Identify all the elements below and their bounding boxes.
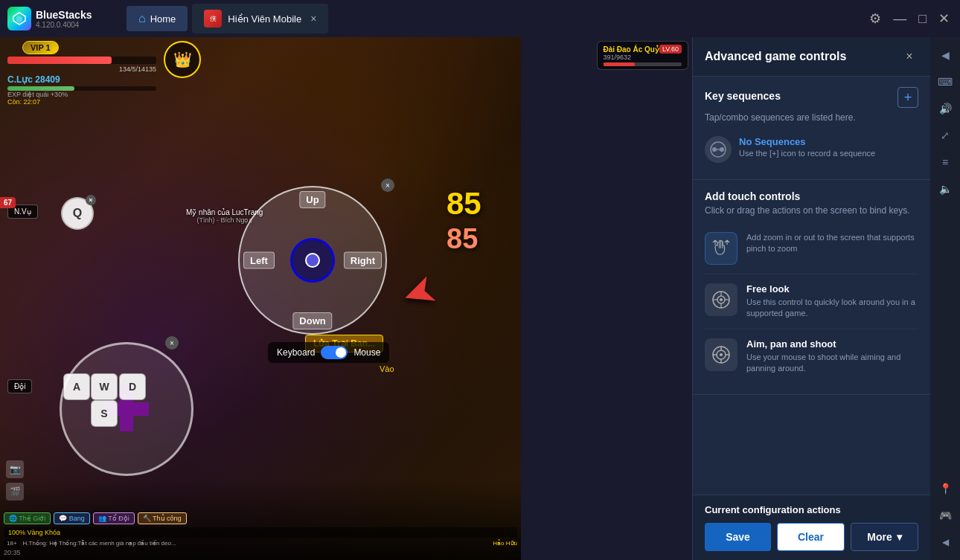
dpad-close-icon[interactable]: × xyxy=(381,178,394,192)
video-icon[interactable]: 🎬 xyxy=(6,483,24,501)
config-actions-title: Current configuration actions xyxy=(705,504,918,515)
bluestacks-logo: BlueStacks 4.120.0.4004 xyxy=(0,7,119,30)
aim-pan-shoot-icon[interactable] xyxy=(705,338,737,371)
save-button[interactable]: Save xyxy=(705,523,771,551)
aim-pan-shoot-desc: Use your mouse to shoot while aiming and… xyxy=(746,352,918,375)
sidebar-location-icon[interactable]: 📍 xyxy=(933,477,957,501)
right-sidebar: ◀ ⌨ 🔊 ⤢ ≡ 🔈 📍 🎮 ◀ xyxy=(930,37,960,560)
aim-pan-shoot-item: Aim, pan and shoot Use your mouse to sho… xyxy=(705,329,918,384)
mouse-label: Mouse xyxy=(353,347,380,358)
no-seq-hint: Use the [+] icon to record a sequence xyxy=(739,149,875,158)
dpad-right-label: Right xyxy=(344,252,382,269)
dpad-left-label: Left xyxy=(243,252,275,269)
top-bar-right: ⚙ — □ ✕ xyxy=(866,7,960,30)
app-name: BlueStacks xyxy=(36,9,92,21)
no-seq-text: No Sequences Use the [+] icon to record … xyxy=(739,136,875,158)
a-key: A xyxy=(63,373,90,400)
free-look-text: Free look Use this control to quickly lo… xyxy=(746,283,918,320)
key-sequences-section: Key sequences + Tap/combo sequences are … xyxy=(693,77,930,180)
add-sequence-button[interactable]: + xyxy=(897,87,918,108)
pinch-zoom-text: Add zoom in or out to the screen that su… xyxy=(746,232,918,255)
touch-ctrl-desc: Click or drag the actions on the screen … xyxy=(705,205,918,216)
maximize-icon[interactable]: □ xyxy=(915,8,929,30)
agc-close-button[interactable]: × xyxy=(900,48,918,65)
wasd-cross: W A S D xyxy=(104,387,149,431)
bluestacks-title: BlueStacks 4.120.0.4004 xyxy=(36,9,92,29)
wasd-close-icon[interactable]: × xyxy=(165,336,179,350)
sidebar-arrow-left-icon[interactable]: ◀ xyxy=(933,530,957,554)
q-key-label: Q xyxy=(73,207,82,220)
game-score-1: 85 xyxy=(447,186,481,222)
aim-pan-shoot-title: Aim, pan and shoot xyxy=(746,338,918,350)
more-button-label: More xyxy=(867,531,892,543)
keyboard-label: Keyboard xyxy=(277,347,315,358)
agc-panel: Advanced game controls × Key sequences +… xyxy=(692,37,930,560)
hp-bar-area: 134/5/14135 C.Lực 28409 EXP diệt quái +3… xyxy=(7,57,156,106)
doi-button[interactable]: Đội xyxy=(7,379,32,393)
enemy-card: Đài Đao Ác Quỷ LV.60 391/9632 xyxy=(597,41,689,70)
camera-controls: 📷 🎬 xyxy=(6,460,24,501)
sidebar-speaker-icon[interactable]: 🔈 xyxy=(933,177,957,201)
key-seq-title: Key sequences xyxy=(705,90,781,102)
home-tab[interactable]: ⌂ Home xyxy=(127,6,188,31)
agc-header: Advanced game controls × xyxy=(693,37,930,77)
key-seq-header: Key sequences + xyxy=(705,87,918,108)
pinch-zoom-item: Add zoom in or out to the screen that su… xyxy=(705,223,918,274)
svg-point-4 xyxy=(720,147,724,152)
dpad-inner-dot xyxy=(305,253,320,268)
bottom-hud: 🌐 Thế Giới 💬 Bang 👥 Tổ Đội 🔨 Thủ công 10… xyxy=(0,478,521,560)
touch-ctrl-title: Add touch controls xyxy=(705,190,918,202)
free-look-item: Free look Use this control to quickly lo… xyxy=(705,274,918,329)
clear-button[interactable]: Clear xyxy=(777,523,845,551)
dpad-container: × Up Down Left Right xyxy=(238,186,387,335)
more-button[interactable]: More ▾ xyxy=(851,523,918,551)
sidebar-gamepad-icon[interactable]: 🎮 xyxy=(933,503,957,527)
svg-point-19 xyxy=(720,353,723,356)
wasd-wheel[interactable]: W A S D xyxy=(60,342,193,476)
agc-body: Key sequences + Tap/combo sequences are … xyxy=(693,77,930,495)
w-key: W xyxy=(91,373,118,400)
svg-marker-1 xyxy=(16,16,22,23)
pinch-zoom-icon[interactable] xyxy=(705,232,737,265)
s-key: S xyxy=(91,400,118,427)
aim-pan-shoot-text: Aim, pan and shoot Use your mouse to sho… xyxy=(746,338,918,375)
vip-badge: VIP 1 xyxy=(22,41,59,54)
minimize-icon[interactable]: — xyxy=(890,8,909,30)
config-actions-section: Current configuration actions Save Clear… xyxy=(693,495,930,560)
game-tab[interactable]: 侠 Hiền Viên Mobile × xyxy=(192,4,328,33)
agc-title: Advanced game controls xyxy=(705,50,846,63)
dpad-wheel[interactable]: Up Down Left Right xyxy=(238,186,387,335)
sidebar-menu-icon[interactable]: ≡ xyxy=(933,150,957,174)
sidebar-back-icon[interactable]: ◀ xyxy=(933,43,957,67)
wasd-container: × W A S D xyxy=(60,342,193,476)
q-button[interactable]: × Q xyxy=(61,197,94,230)
q-close-icon[interactable]: × xyxy=(86,195,96,205)
close-window-icon[interactable]: ✕ xyxy=(935,7,953,30)
kb-mouse-toggle: Keyboard Mouse xyxy=(268,342,389,363)
svg-point-8 xyxy=(720,298,723,301)
sidebar-expand-icon[interactable]: ⤢ xyxy=(933,123,957,147)
level-badge: 67 xyxy=(0,197,16,208)
top-bar: BlueStacks 4.120.0.4004 ⌂ Home 侠 Hiền Vi… xyxy=(0,0,960,37)
free-look-title: Free look xyxy=(746,283,918,295)
game-tab-label: Hiền Viên Mobile xyxy=(228,13,301,25)
dpad-center xyxy=(290,238,335,283)
camera-icon[interactable]: 📷 xyxy=(6,460,24,478)
no-seq-label: No Sequences xyxy=(739,136,875,147)
settings-icon[interactable]: ⚙ xyxy=(866,7,884,30)
key-seq-desc: Tap/combo sequences are listed here. xyxy=(705,112,918,123)
pinch-zoom-desc: Add zoom in or out to the screen that su… xyxy=(746,232,918,255)
vao-text: Vào xyxy=(380,364,394,373)
toggle-knob xyxy=(336,347,346,358)
kb-mouse-switch[interactable] xyxy=(321,346,348,359)
free-look-desc: Use this control to quickly look around … xyxy=(746,297,918,320)
more-chevron-icon: ▾ xyxy=(897,531,902,543)
free-look-icon[interactable] xyxy=(705,283,737,316)
app-version: 4.120.0.4004 xyxy=(36,21,92,29)
sidebar-volume-icon[interactable]: 🔊 xyxy=(933,97,957,120)
touch-controls-section: Add touch controls Click or drag the act… xyxy=(693,180,930,395)
close-tab-icon[interactable]: × xyxy=(310,13,316,25)
no-seq-icon xyxy=(705,136,732,163)
sidebar-keyboard-icon[interactable]: ⌨ xyxy=(933,70,957,94)
d-key: D xyxy=(119,373,146,400)
